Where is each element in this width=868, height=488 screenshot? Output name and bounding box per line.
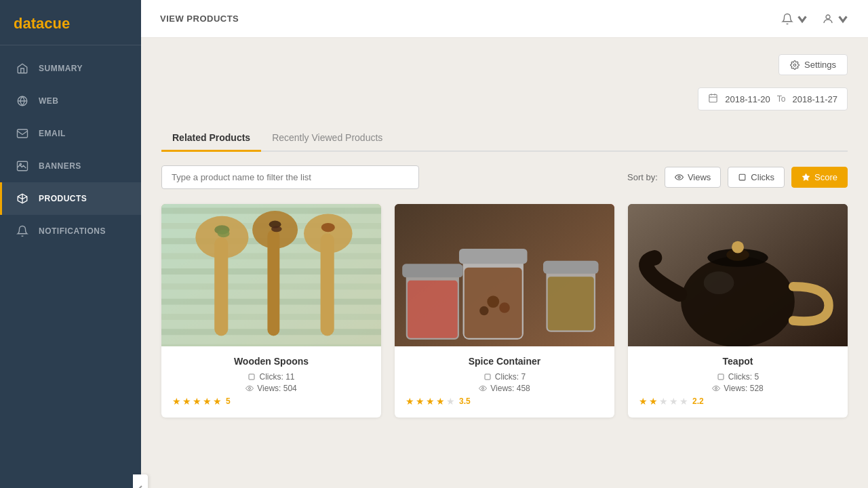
chevron-down-icon (796, 13, 808, 25)
views-label-2: Views: 528 (724, 384, 763, 393)
views-label-1: Views: 458 (490, 384, 530, 393)
eye-icon (712, 384, 720, 392)
svg-point-5 (793, 64, 796, 66)
star-4: ★ (436, 396, 445, 407)
star-4: ★ (203, 396, 212, 407)
product-tabs: Related Products Recently Viewed Product… (161, 125, 848, 152)
sidebar-item-summary[interactable]: SUMMARY (0, 52, 141, 85)
topbar: VIEW PRODUCTS (141, 0, 868, 38)
sidebar-item-label: PRODUCTS (39, 194, 87, 203)
image-icon (16, 159, 29, 173)
user-button[interactable] (822, 13, 849, 25)
svg-rect-40 (402, 264, 462, 277)
logo-suffix: cue (44, 15, 70, 32)
notification-button[interactable] (781, 13, 808, 25)
svg-point-49 (482, 388, 484, 390)
sidebar-item-label: NOTIFICATIONS (39, 226, 106, 236)
score-2: 2.2 (692, 396, 704, 406)
svg-rect-27 (321, 234, 334, 336)
score-0: 5 (226, 396, 231, 406)
svg-rect-1 (18, 129, 28, 138)
main-area: VIEW PRODUCTS Settings (141, 0, 868, 488)
svg-point-32 (321, 223, 335, 232)
sort-by-label: Sort by: (627, 172, 658, 182)
svg-rect-56 (718, 374, 724, 380)
svg-rect-23 (214, 237, 228, 336)
svg-point-3 (20, 163, 21, 165)
box-icon (16, 192, 29, 205)
sidebar-collapse-button[interactable] (133, 474, 148, 488)
star-5: ★ (679, 396, 688, 407)
svg-marker-9 (802, 174, 810, 180)
star-5: ★ (446, 396, 455, 407)
sort-clicks-button[interactable]: Clicks (728, 167, 785, 188)
cursor-icon (484, 373, 492, 381)
logo-text: datacue (14, 15, 70, 32)
star-icon (802, 173, 810, 182)
svg-point-34 (249, 388, 251, 390)
svg-rect-44 (548, 277, 594, 330)
sidebar-item-products[interactable]: PRODUCTS (0, 182, 141, 215)
bell-icon (16, 224, 29, 238)
views-stat-1: Views: 458 (479, 384, 530, 393)
views-stat-2: Views: 528 (712, 384, 763, 393)
topbar-actions (781, 13, 849, 25)
product-card-1: Spice Container Clicks: 7 Views: 458 ★ (395, 204, 614, 418)
sidebar-item-notifications[interactable]: NOTIFICATIONS (0, 215, 141, 247)
product-name-2: Teapot (639, 356, 837, 367)
product-info-1: Spice Container Clicks: 7 Views: 458 ★ (395, 346, 614, 418)
date-range-picker[interactable]: 2018-11-20 To 2018-11-27 (698, 87, 848, 110)
settings-label: Settings (804, 60, 836, 70)
sidebar-item-web[interactable]: WEB (0, 85, 141, 117)
stars-1: ★ ★ ★ ★ ★ 3.5 (406, 396, 604, 407)
tab-recently-viewed[interactable]: Recently Viewed Products (261, 125, 393, 152)
sort-views-button[interactable]: Views (665, 167, 721, 188)
clicks-stat-0: Clicks: 11 (248, 372, 294, 382)
date-from: 2018-11-20 (725, 94, 770, 104)
svg-point-29 (218, 230, 230, 237)
stars-0: ★ ★ ★ ★ ★ 5 (172, 396, 370, 407)
sidebar-nav: SUMMARY WEB EMAIL BANNERS PRODUCTS (0, 45, 141, 488)
svg-rect-41 (408, 281, 458, 338)
product-filter-input[interactable] (161, 165, 419, 189)
svg-point-51 (681, 256, 795, 346)
svg-rect-6 (709, 95, 717, 102)
sidebar-item-email[interactable]: EMAIL (0, 117, 141, 150)
settings-icon (790, 60, 800, 70)
cursor-icon (717, 373, 725, 381)
product-info-0: Wooden Spoons Clicks: 11 Views: 504 ★ (161, 346, 381, 418)
svg-point-7 (678, 176, 680, 178)
star-2: ★ (649, 396, 658, 407)
home-icon (16, 62, 29, 75)
sidebar-item-label: SUMMARY (39, 64, 83, 73)
svg-rect-37 (459, 249, 528, 264)
sort-score-button[interactable]: Score (791, 167, 848, 188)
clicks-stat-1: Clicks: 7 (484, 372, 526, 382)
sidebar: datacue SUMMARY WEB EMAIL BANNERS (0, 0, 141, 488)
star-3: ★ (193, 396, 201, 407)
date-separator: To (777, 94, 786, 104)
mail-icon (16, 127, 29, 140)
svg-rect-33 (249, 374, 254, 380)
globe-icon (16, 94, 29, 108)
star-4: ★ (669, 396, 678, 407)
eye-icon (245, 384, 254, 392)
svg-point-55 (704, 271, 734, 294)
sidebar-item-label: EMAIL (39, 129, 66, 138)
product-stats-2: Clicks: 5 Views: 528 (639, 372, 837, 393)
product-card-0: Wooden Spoons Clicks: 11 Views: 504 ★ (161, 204, 381, 418)
settings-button[interactable]: Settings (778, 54, 848, 75)
svg-rect-25 (267, 230, 279, 336)
tab-related-products[interactable]: Related Products (161, 125, 261, 152)
sidebar-item-label: WEB (39, 96, 59, 106)
cursor-icon (738, 173, 747, 182)
notification-icon (781, 13, 793, 25)
product-grid: Wooden Spoons Clicks: 11 Views: 504 ★ (161, 204, 848, 418)
user-icon (822, 13, 834, 25)
sidebar-item-banners[interactable]: BANNERS (0, 150, 141, 182)
stars-2: ★ ★ ★ ★ ★ 2.2 (639, 396, 837, 407)
clicks-stat-2: Clicks: 5 (717, 372, 759, 382)
product-card-2: Teapot Clicks: 5 Views: 528 ★ ★ (628, 204, 848, 418)
page-title: VIEW PRODUCTS (160, 14, 239, 24)
settings-row: Settings (161, 54, 848, 75)
